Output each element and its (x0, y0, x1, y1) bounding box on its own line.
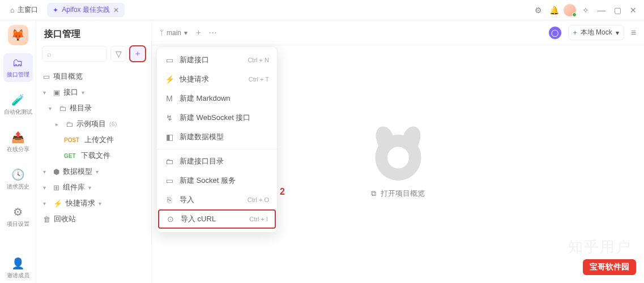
watermark: 知乎用户 (568, 237, 632, 257)
chevron-right-icon: ▸ (56, 121, 62, 127)
gear-icon: ⚙ (13, 205, 23, 218)
iconbar-label: 请求历史 (7, 183, 29, 191)
bolt-icon: ⚡ (165, 75, 174, 84)
home-icon: ⌂ (10, 6, 14, 14)
dd-shortcut: Ctrl + I (249, 216, 268, 222)
dd-label: 新建 Markdown (180, 93, 231, 104)
iconbar-label: 项目设置 (7, 220, 29, 228)
iconbar-invite[interactable]: 👤 邀请成员 (3, 254, 33, 283)
chevron-down-icon: ▾ (43, 169, 50, 175)
dd-new-data-model[interactable]: ◧ 新建数据模型 (157, 127, 277, 147)
method-badge: GET (62, 152, 78, 160)
iconbar-test[interactable]: 🧪 自动化测试 (3, 90, 33, 119)
tree-upload[interactable]: POST 上传文件 (36, 132, 151, 148)
dd-import-curl[interactable]: ⊙ 导入 cURL Ctrl + I (158, 209, 276, 229)
tree-data-model[interactable]: ▾ ⬢ 数据模型 ▾ (36, 164, 151, 179)
iconbar-label: 接口管理 (7, 71, 29, 79)
dd-label: 导入 cURL (181, 214, 216, 224)
branch-label: main (167, 29, 181, 37)
tree-label: 回收站 (54, 214, 76, 224)
dd-new-api-dir[interactable]: 🗀 新建接口目录 (157, 152, 277, 171)
websocket-icon: ↯ (165, 113, 174, 122)
plus-icon: + (573, 29, 577, 37)
iconbar-settings[interactable]: ⚙ 项目设置 (3, 202, 33, 231)
dd-shortcut: Ctrl + O (248, 196, 269, 203)
tree-recycle[interactable]: 🗑 回收站 (36, 211, 151, 227)
dd-new-socket-service[interactable]: ▭ 新建 Socket 服务 (157, 171, 277, 190)
dd-new-api[interactable]: ▭ 新建接口 Ctrl + N (157, 50, 277, 70)
folder-icon: 🗀 (59, 104, 66, 113)
flask-icon: 🧪 (11, 93, 25, 106)
sidebar-title: 接口管理 (36, 20, 151, 46)
tab-home[interactable]: ⌂ 主窗口 (5, 3, 44, 17)
sidebar: 接口管理 ⌕ ▽ ＋ ▭ 项目概览 ▾ ▣ 接口 ▾ ▾ 🗀 根目录 (36, 20, 152, 283)
env-label: 本地 Mock (581, 28, 612, 37)
tree-label: 项目概览 (53, 71, 83, 82)
window-close-icon[interactable]: ✕ (627, 4, 639, 16)
branch-select[interactable]: ᛘ main ▾ (160, 29, 187, 37)
user-plus-icon: 👤 (11, 257, 25, 270)
tree-count: (6) (109, 121, 117, 127)
new-button[interactable]: ＋ (130, 46, 146, 62)
search-icon: ⌕ (47, 50, 52, 58)
plus-button[interactable]: ＋ (194, 27, 203, 38)
external-icon: ⧉ (371, 189, 376, 198)
dd-shortcut: Ctrl + N (248, 57, 269, 63)
tree-components[interactable]: ▾ ⊞ 组件库 ▾ (36, 179, 151, 195)
titlebar: ⌂ 主窗口 ✦ Apifox 最佳实践 ✕ ⚙ 🔔 ✧ — ▢ ✕ (0, 0, 644, 20)
tree-quick-request[interactable]: ▾ ⚡ 快捷请求 ▾ (36, 195, 151, 211)
chevron-down-icon: ▾ (99, 200, 105, 207)
chevron-down-icon: ▾ (96, 169, 103, 175)
tree-download[interactable]: GET 下载文件 (36, 148, 151, 164)
iconbar-label: 在线分享 (7, 145, 29, 153)
open-overview-link[interactable]: ⧉ 打开项目概览 (371, 188, 425, 199)
puzzle-icon: ⊞ (53, 183, 59, 192)
search-input[interactable]: ⌕ (42, 46, 107, 62)
box-icon: ▣ (53, 88, 60, 97)
open-overview-label: 打开项目概览 (381, 188, 425, 199)
iconbar-share[interactable]: 📤 在线分享 (3, 127, 33, 157)
env-badge[interactable]: ◯ (549, 27, 561, 39)
folder-icon: 🗀 (165, 157, 174, 166)
tree-label: 下载文件 (81, 151, 110, 161)
dd-label: 新建 WebSocket 接口 (180, 113, 250, 123)
menu-button[interactable]: ≡ (631, 28, 636, 38)
tab-active-label: Apifox 最佳实践 (62, 5, 110, 15)
dd-label: 快捷请求 (180, 74, 209, 84)
minimize-icon[interactable]: — (595, 4, 608, 16)
dd-quick-request[interactable]: ⚡ 快捷请求 Ctrl + T (157, 70, 277, 89)
env-select[interactable]: + 本地 Mock ▾ (568, 25, 624, 40)
markdown-icon: M (165, 94, 174, 103)
dd-label: 新建数据模型 (180, 132, 224, 142)
filter-button[interactable]: ▽ (110, 46, 126, 62)
chevron-down-icon: ▾ (43, 200, 50, 207)
avatar[interactable] (564, 4, 576, 16)
api-icon: 🗂 (12, 57, 23, 69)
settings-icon[interactable]: ⚙ (532, 4, 544, 16)
iconbar-history[interactable]: 🕓 请求历史 (3, 165, 33, 194)
socket-icon: ▭ (165, 176, 174, 185)
bolt-icon: ⚡ (53, 199, 62, 208)
dd-new-markdown[interactable]: M 新建 Markdown (157, 89, 277, 108)
chevron-down-icon: ▾ (184, 29, 187, 37)
app-logo[interactable]: 🦊 (8, 25, 28, 45)
chevron-down-icon: ▾ (82, 89, 88, 96)
api-icon: ▭ (165, 55, 174, 65)
more-button[interactable]: ⋯ (208, 27, 217, 38)
tree-label: 数据模型 (63, 166, 92, 177)
maximize-icon[interactable]: ▢ (611, 4, 624, 16)
dd-new-websocket[interactable]: ↯ 新建 WebSocket 接口 (157, 108, 277, 127)
tree-root-dir[interactable]: ▾ 🗀 根目录 (36, 100, 151, 116)
tab-active[interactable]: ✦ Apifox 最佳实践 ✕ (47, 3, 125, 17)
tree-overview[interactable]: ▭ 项目概览 (36, 68, 151, 84)
pin-icon[interactable]: ✧ (579, 4, 592, 16)
iconbar-api[interactable]: 🗂 接口管理 (3, 53, 33, 82)
bell-icon[interactable]: 🔔 (548, 4, 560, 16)
close-icon[interactable]: ✕ (113, 6, 119, 14)
tree-api-root[interactable]: ▾ ▣ 接口 ▾ (36, 84, 151, 100)
iconbar-label: 自动化测试 (4, 108, 32, 116)
content-toolbar: ᛘ main ▾ ＋ ⋯ ◯ + 本地 Mock ▾ ≡ (152, 20, 644, 45)
tree-sample[interactable]: ▸ 🗀 示例项目 (6) (36, 116, 151, 132)
dd-import[interactable]: ⎘ 导入 Ctrl + O (157, 190, 277, 209)
chevron-down-icon: ▾ (43, 89, 50, 96)
